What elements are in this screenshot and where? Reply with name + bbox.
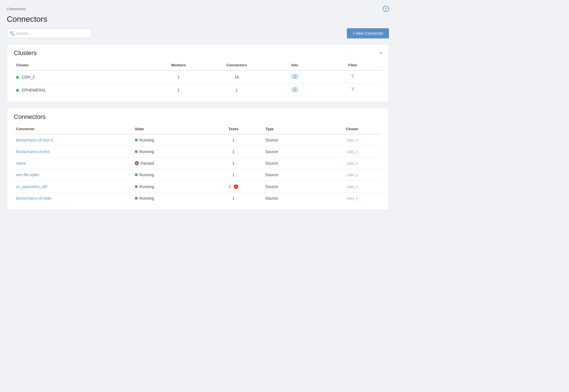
type-cell: Source <box>263 158 323 169</box>
connectors-title: Connectors <box>14 113 46 121</box>
toolbar: 🔍 + New Connector <box>7 28 389 38</box>
table-row: blockchains-cli-test Running 1 Source CD… <box>14 146 382 158</box>
col-header-cluster: Cluster <box>14 60 150 70</box>
svg-point-5 <box>294 89 295 90</box>
col-header-cluster: Cluster <box>323 124 382 134</box>
state-dot <box>135 139 138 141</box>
cluster-cell[interactable]: CDH_2 <box>323 146 382 158</box>
col-header-state: State <box>133 124 204 134</box>
connector-name-cell: blockchains-cli-test <box>14 146 133 158</box>
connector-link[interactable]: blockchains-cli-hello <box>16 196 51 201</box>
breadcrumb: Connectors ? <box>7 6 389 12</box>
new-connector-button[interactable]: + New Connector <box>347 28 389 38</box>
col-header-connector: Connector <box>14 124 133 134</box>
cluster-cell[interactable]: CDH_2 <box>323 169 382 181</box>
connectors-card: Connectors Connector State Tasks Type Cl… <box>7 108 389 210</box>
col-header-workers: Workers <box>150 60 208 70</box>
state-dot <box>135 185 138 188</box>
table-row: name Paused 1 Source CDH_2 <box>14 158 382 169</box>
state-cell: Running <box>133 169 204 181</box>
clusters-title: Clusters <box>14 49 37 57</box>
connector-name-cell: wm-file-spike <box>14 169 133 181</box>
cluster-status-dot <box>16 76 19 79</box>
filter-cell[interactable] <box>324 84 382 97</box>
table-row: EPHEMERAL 1 1 <box>14 84 382 97</box>
state-cell: Running <box>133 181 204 193</box>
clusters-collapse-icon[interactable]: ▾ <box>379 50 382 56</box>
filter-icon[interactable] <box>351 74 355 79</box>
connector-name-cell: blockchains-cli-hello <box>14 193 133 204</box>
page-title: Connectors <box>7 15 389 24</box>
tasks-cell: 1 <box>204 169 263 181</box>
table-row: CDH_2 1 14 <box>14 70 382 84</box>
connector-link[interactable]: blockchains-cli-test-2 <box>16 138 53 142</box>
type-cell: Source <box>263 169 323 181</box>
tasks-cell: 1 <box>204 193 263 204</box>
help-icon[interactable]: ? <box>383 6 389 12</box>
connector-name-cell: blockchains-cli-test-2 <box>14 134 133 146</box>
search-wrapper: 🔍 <box>7 29 92 38</box>
cluster-link[interactable]: CDH_2 <box>347 150 358 154</box>
cluster-link[interactable]: CDH_2 <box>347 139 358 142</box>
connectors-table: Connector State Tasks Type Cluster block… <box>14 124 382 204</box>
connector-name-cell: name <box>14 158 133 169</box>
table-row: blockchains-cli-test-2 Running 1 Source … <box>14 134 382 146</box>
col-header-connectors: Connectors <box>207 60 266 70</box>
connector-name-cell: cc_paymetns_obf <box>14 181 133 193</box>
cluster-link[interactable]: CDH_2 <box>347 162 358 165</box>
connectors-cell: 1 <box>207 84 266 97</box>
eye-icon[interactable] <box>292 74 298 79</box>
filter-icon[interactable] <box>351 87 355 92</box>
cluster-link[interactable]: CDH_2 <box>347 197 358 200</box>
search-icon: 🔍 <box>10 31 14 36</box>
cluster-cell[interactable]: CDH_2 <box>323 158 382 169</box>
warning-badge: ! <box>234 184 238 189</box>
clusters-card: Clusters ▾ Cluster Workers Connectors In… <box>7 44 389 102</box>
state-dot <box>135 173 138 176</box>
col-header-tasks: Tasks <box>204 124 263 134</box>
info-cell[interactable] <box>266 84 324 97</box>
cluster-cell[interactable]: CDH_2 <box>323 193 382 204</box>
clusters-table: Cluster Workers Connectors Info Filter C… <box>14 60 382 96</box>
connectors-cell: 14 <box>207 70 266 84</box>
type-cell: Source <box>263 193 323 204</box>
cluster-cell[interactable]: CDH_2 <box>323 134 382 146</box>
connectors-card-header: Connectors <box>7 108 389 124</box>
tasks-cell: 1 <box>204 158 263 169</box>
paused-icon <box>135 161 139 165</box>
cluster-link[interactable]: CDH_2 <box>347 185 358 189</box>
workers-cell: 1 <box>150 84 208 97</box>
state-dot <box>135 150 138 153</box>
connectors-table-wrapper: Connector State Tasks Type Cluster block… <box>7 124 389 210</box>
cluster-name-cell: CDH_2 <box>14 70 150 84</box>
tasks-cell: 1 <box>204 134 263 146</box>
connector-link[interactable]: wm-file-spike <box>16 173 39 177</box>
state-cell: Paused <box>133 158 204 169</box>
col-header-type: Type <box>263 124 323 134</box>
table-row: blockchains-cli-hello Running 1 Source C… <box>14 193 382 204</box>
col-header-info: Info <box>266 60 324 70</box>
cluster-link[interactable]: CDH_2 <box>347 173 358 177</box>
clusters-card-header: Clusters ▾ <box>7 44 389 60</box>
svg-point-2 <box>294 76 295 77</box>
col-header-filter: Filter <box>324 60 382 70</box>
state-dot <box>135 197 138 200</box>
state-cell: Running <box>133 146 204 158</box>
connector-link[interactable]: cc_paymetns_obf <box>16 184 47 189</box>
state-cell: Running <box>133 193 204 204</box>
search-input[interactable] <box>7 29 92 38</box>
clusters-table-wrapper: Cluster Workers Connectors Info Filter C… <box>7 60 389 102</box>
table-row: cc_paymetns_obf Running 1 ! Source CDH_2 <box>14 181 382 193</box>
eye-icon[interactable] <box>292 87 298 92</box>
filter-cell[interactable] <box>324 70 382 84</box>
tasks-cell: 1 <box>204 146 263 158</box>
cluster-status-dot <box>16 89 19 92</box>
table-row: wm-file-spike Running 1 Source CDH_2 <box>14 169 382 181</box>
info-cell[interactable] <box>266 70 324 84</box>
state-cell: Running <box>133 134 204 146</box>
type-cell: Source <box>263 146 323 158</box>
connector-link[interactable]: name <box>16 161 26 165</box>
type-cell: Source <box>263 134 323 146</box>
cluster-cell[interactable]: CDH_2 <box>323 181 382 193</box>
connector-link[interactable]: blockchains-cli-test <box>16 149 49 154</box>
